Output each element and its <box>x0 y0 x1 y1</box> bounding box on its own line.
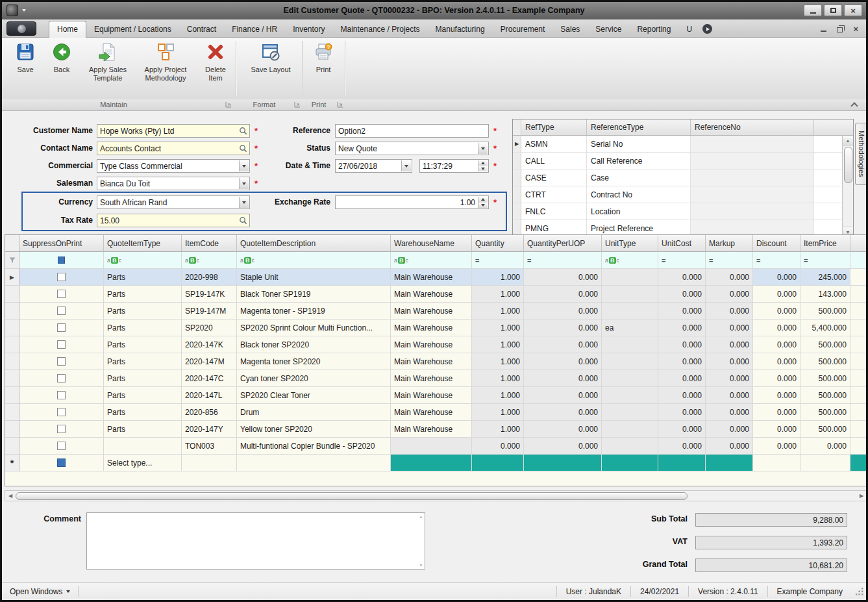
ribbon-tab-contract[interactable]: Contract <box>179 21 224 38</box>
grid-cell-markup[interactable]: 0.000 <box>706 387 753 404</box>
grid-cell-markup[interactable]: 0.000 <box>706 336 753 353</box>
application-menu-button[interactable] <box>6 21 36 36</box>
filter-unittype[interactable]: aBc <box>602 252 658 269</box>
filter-quoteitemdescription[interactable]: aBc <box>237 252 391 269</box>
grid-cell-unittype[interactable] <box>602 387 658 404</box>
filter-markup[interactable]: = <box>706 252 753 269</box>
filter-quantityperuop[interactable]: = <box>524 252 602 269</box>
back-button[interactable]: Back <box>45 42 79 74</box>
refgrid-row[interactable]: CASECase <box>513 169 853 186</box>
grid-cell-warehousename[interactable] <box>391 455 472 471</box>
dropdown-button[interactable] <box>401 160 411 171</box>
grid-cell-quantity[interactable]: 0.000 <box>472 438 524 455</box>
reference-field[interactable]: Option2 <box>335 124 489 138</box>
grid-cell-itemcode[interactable]: 2020-147L <box>182 387 237 404</box>
refgrid-cell[interactable]: CALL <box>521 153 587 169</box>
scrollbar-thumb[interactable] <box>844 147 852 183</box>
grid-cell-unittype[interactable] <box>602 438 658 455</box>
grid-cell-discount[interactable]: 0.000 <box>753 269 800 286</box>
tax-rate-field[interactable]: 15.00 <box>97 214 250 227</box>
ribbon-tab-maintenance-projects[interactable]: Maintenance / Projects <box>333 21 428 38</box>
grid-cell-unittype[interactable] <box>602 336 658 353</box>
grid-cell-itemcode[interactable]: SP2020 <box>182 320 237 336</box>
grid-cell-warehousename[interactable]: Main Warehouse <box>391 404 472 421</box>
grid-cell-warehousename[interactable] <box>391 438 472 455</box>
grid-header-unittype[interactable]: UnitType <box>602 235 658 252</box>
grid-cell-itemprice[interactable]: 500.000 <box>800 353 850 370</box>
ribbon-tab-manufacturing[interactable]: Manufacturing <box>428 21 493 38</box>
spinner-buttons[interactable] <box>478 197 488 208</box>
grid-cell-itemcode[interactable]: SP19-147M <box>182 303 237 320</box>
chevron-down-icon[interactable] <box>22 9 26 12</box>
grid-cell-unitcost[interactable]: 0.000 <box>658 370 706 387</box>
grid-cell-discount[interactable]: 0.000 <box>753 353 800 370</box>
time-field[interactable]: 11:37:29 <box>419 159 489 173</box>
grid-cell-quantityperuop[interactable]: 0.000 <box>524 336 602 353</box>
close-button[interactable]: × <box>844 5 862 16</box>
refgrid-cell[interactable]: Serial No <box>587 136 691 152</box>
ribbon-tab-sales[interactable]: Sales <box>552 21 588 38</box>
suppress-on-print-cell[interactable] <box>19 336 104 353</box>
suppress-on-print-cell[interactable] <box>19 353 104 370</box>
grid-header-unitcost[interactable]: UnitCost <box>658 235 706 252</box>
grid-cell-unitcost[interactable]: 0.000 <box>658 286 706 303</box>
refgrid-cell[interactable]: CASE <box>521 169 587 186</box>
refgrid-cell[interactable]: CTRT <box>521 186 587 203</box>
suppress-on-print-cell[interactable] <box>19 455 104 471</box>
refgrid-header-reftype[interactable]: RefType <box>521 119 587 135</box>
grid-cell-quantity[interactable] <box>472 455 524 471</box>
grid-cell-discount[interactable]: 0.000 <box>753 303 800 320</box>
dropdown-button[interactable] <box>239 197 249 208</box>
grid-cell-warehousename[interactable]: Main Warehouse <box>391 286 472 303</box>
grid-cell-quoteitemtype[interactable]: Parts <box>104 303 182 320</box>
grid-cell-quoteitemdescription[interactable]: Drum <box>237 404 391 421</box>
grid-cell-markup[interactable]: 0.000 <box>706 370 753 387</box>
grid-cell-quantityperuop[interactable]: 0.000 <box>524 320 602 336</box>
grid-header-quantity[interactable]: Quantity <box>472 235 524 252</box>
refgrid-header-referencetype[interactable]: ReferenceType <box>587 119 691 135</box>
spin-up-icon[interactable] <box>478 197 488 203</box>
grid-cell-quoteitemtype[interactable]: Parts <box>104 370 182 387</box>
grid-cell-unitcost[interactable]: 0.000 <box>658 353 706 370</box>
suppress-checkbox[interactable] <box>57 442 66 450</box>
grid-cell-unittype[interactable] <box>602 421 658 438</box>
grid-cell-quantity[interactable]: 1.000 <box>472 353 524 370</box>
open-windows-button[interactable]: Open Windows <box>2 586 79 596</box>
quote-item-row[interactable]: Parts2020-147MMagenta toner SP2020Main W… <box>5 353 867 370</box>
grid-header-suppressonprint[interactable]: SuppressOnPrint <box>19 235 104 252</box>
suppress-checkbox[interactable] <box>57 307 66 315</box>
grid-cell-itemprice[interactable]: 500.000 <box>800 303 850 320</box>
status-dropdown[interactable]: New Quote <box>335 142 489 155</box>
grid-cell-markup[interactable]: 0.000 <box>706 404 753 421</box>
scroll-right-icon[interactable]: ▶ <box>856 493 867 499</box>
filter-unitcost[interactable]: = <box>658 252 706 269</box>
save-layout-button[interactable]: Save Layout <box>243 42 298 74</box>
refgrid-row[interactable]: FNLCLocation <box>513 203 853 220</box>
grid-cell-quoteitemtype[interactable]: Parts <box>104 421 182 438</box>
suppress-checkbox[interactable] <box>57 323 66 332</box>
filter-quoteitemtype[interactable]: aBc <box>104 252 182 269</box>
grid-cell-unittype[interactable] <box>602 404 658 421</box>
grid-cell-discount[interactable]: 0.000 <box>753 438 800 455</box>
grid-cell-quantityperuop[interactable]: 0.000 <box>524 353 602 370</box>
suppress-on-print-cell[interactable] <box>19 370 104 387</box>
grid-cell-unittype[interactable] <box>602 370 658 387</box>
contact-name-field[interactable]: Accounts Contact <box>97 142 250 155</box>
grid-cell-discount[interactable]: 0.000 <box>753 286 800 303</box>
grid-cell-discount[interactable]: 0.000 <box>753 404 800 421</box>
apply-sales-template-button[interactable]: Apply Sales Template <box>82 42 133 82</box>
grid-cell-markup[interactable]: 0.000 <box>706 421 753 438</box>
grid-cell-quoteitemdescription[interactable]: Yellow toner SP2020 <box>237 421 391 438</box>
quote-item-row[interactable]: PartsSP19-147KBlack Toner SP1919Main War… <box>5 286 867 303</box>
grid-cell-warehousename[interactable]: Main Warehouse <box>391 387 472 404</box>
refgrid-cell[interactable]: FNLC <box>521 203 587 219</box>
suppress-on-print-cell[interactable] <box>19 269 104 286</box>
suppress-on-print-cell[interactable] <box>19 387 104 404</box>
grid-cell-quantityperuop[interactable]: 0.000 <box>524 404 602 421</box>
grid-cell-warehousename[interactable]: Main Warehouse <box>391 370 472 387</box>
grid-cell-quantityperuop[interactable]: 0.000 <box>524 421 602 438</box>
suppress-on-print-cell[interactable] <box>19 303 104 320</box>
grid-cell-markup[interactable] <box>706 455 753 471</box>
grid-cell-quoteitemtype[interactable]: Parts <box>104 320 182 336</box>
suppress-on-print-cell[interactable] <box>19 286 104 303</box>
